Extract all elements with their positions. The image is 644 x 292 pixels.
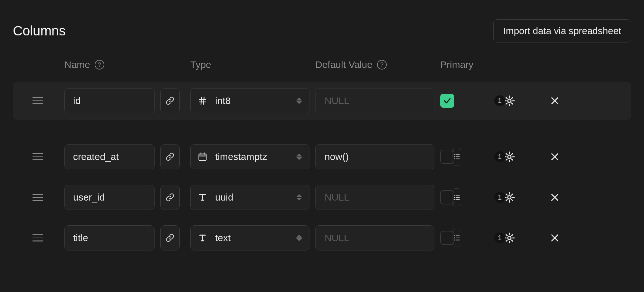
text-icon <box>198 193 207 202</box>
header-name-label: Name <box>64 59 90 70</box>
header-type: Type <box>190 59 309 70</box>
column-type-label: uuid <box>215 192 289 203</box>
help-icon[interactable]: ? <box>95 60 104 70</box>
chevron-up-down-icon <box>296 98 302 104</box>
column-type-select[interactable]: int8 <box>190 88 309 113</box>
settings-count-badge: 1 <box>494 95 505 106</box>
column-row: title text 1 <box>13 219 631 257</box>
remove-column-button[interactable] <box>545 233 564 243</box>
default-value-input[interactable] <box>324 185 448 210</box>
panel-title: Columns <box>13 23 66 39</box>
foreign-key-button[interactable] <box>160 88 180 113</box>
columns-panel: Columns Import data via spreadsheet Name… <box>0 0 644 270</box>
drag-handle-icon[interactable] <box>17 194 59 201</box>
column-row: user_id uuid 1 <box>13 178 631 216</box>
column-name-input[interactable]: created_at <box>64 144 155 169</box>
panel-header: Columns Import data via spreadsheet <box>13 19 631 42</box>
settings-count-badge: 1 <box>494 192 505 203</box>
help-icon[interactable]: ? <box>377 60 387 70</box>
chevron-up-down-icon <box>296 154 302 160</box>
header-default-label: Default Value <box>315 59 373 70</box>
chevron-up-down-icon <box>296 194 302 201</box>
hash-icon <box>198 96 207 106</box>
column-type-label: text <box>215 232 289 243</box>
column-name-input[interactable]: user_id <box>64 185 155 210</box>
column-row: created_at timestamptz 1 <box>13 138 631 176</box>
primary-key-checkbox[interactable] <box>440 94 454 108</box>
column-name-input[interactable]: title <box>64 225 155 250</box>
header-primary-label: Primary <box>440 59 473 70</box>
column-row: id int8 1 <box>13 82 631 120</box>
drag-handle-icon[interactable] <box>17 153 59 160</box>
settings-count-badge: 1 <box>494 151 505 162</box>
default-value-field <box>315 225 434 250</box>
header-type-label: Type <box>190 59 211 70</box>
column-type-label: int8 <box>215 95 289 106</box>
drag-handle-icon[interactable] <box>17 97 59 104</box>
remove-column-button[interactable] <box>545 192 564 203</box>
default-value-field <box>315 88 434 113</box>
default-value-field <box>315 185 434 210</box>
header-name: Name ? <box>64 59 155 70</box>
import-spreadsheet-button[interactable]: Import data via spreadsheet <box>493 19 631 42</box>
remove-column-button[interactable] <box>545 96 564 106</box>
column-type-select[interactable]: text <box>190 225 309 250</box>
default-value-field <box>315 144 434 169</box>
column-type-label: timestamptz <box>215 151 289 162</box>
text-icon <box>198 233 207 243</box>
calendar-icon <box>198 152 207 162</box>
primary-key-checkbox[interactable] <box>440 190 454 204</box>
header-default: Default Value ? <box>315 59 434 70</box>
column-type-select[interactable]: timestamptz <box>190 144 309 169</box>
primary-key-checkbox[interactable] <box>440 231 454 245</box>
chevron-up-down-icon <box>296 235 302 241</box>
header-primary: Primary <box>440 59 488 70</box>
column-type-select[interactable]: uuid <box>190 185 309 210</box>
column-name-input[interactable]: id <box>64 88 155 113</box>
default-value-input[interactable] <box>324 145 448 169</box>
remove-column-button[interactable] <box>545 152 564 162</box>
settings-count-badge: 1 <box>494 232 505 243</box>
primary-key-checkbox[interactable] <box>440 150 454 164</box>
column-headers-row: Name ? Type Default Value ? Primary <box>13 59 631 70</box>
default-value-input[interactable] <box>324 89 448 113</box>
foreign-key-button[interactable] <box>160 185 180 210</box>
foreign-key-button[interactable] <box>160 144 180 169</box>
foreign-key-button[interactable] <box>160 225 180 250</box>
drag-handle-icon[interactable] <box>17 234 59 241</box>
default-value-input[interactable] <box>324 226 448 250</box>
